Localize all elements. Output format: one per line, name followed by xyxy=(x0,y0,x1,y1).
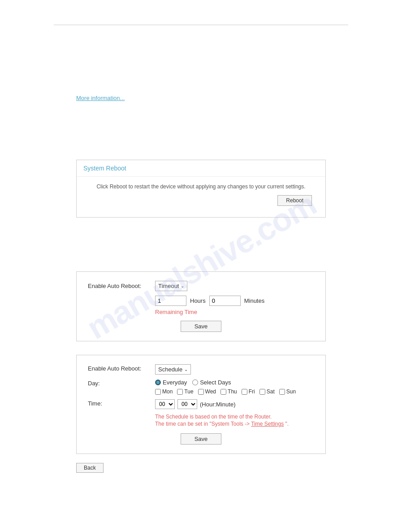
tue-checkbox[interactable] xyxy=(177,389,183,395)
remaining-time-label: Remaining Time xyxy=(155,309,314,315)
sun-label: Sun xyxy=(286,388,296,395)
schedule-dropdown-value: Schedule xyxy=(158,366,182,373)
timeout-dropdown-chevron: ⌄ xyxy=(181,283,184,288)
schedule-note-line2: The time can be set in "System Tools -> … xyxy=(155,421,314,427)
fri-label: Fri xyxy=(249,388,255,395)
schedule-dropdown[interactable]: Schedule ⌄ xyxy=(155,364,191,375)
time-hint: (Hour:Minute) xyxy=(200,401,235,408)
timeout-dropdown-value: Timeout xyxy=(158,283,179,289)
sun-checkbox[interactable] xyxy=(279,389,285,395)
back-button[interactable]: Back xyxy=(76,463,104,473)
days-checkboxes: Mon Tue Wed Thu Fri xyxy=(155,388,296,395)
system-reboot-box: System Reboot Click Reboot to restart th… xyxy=(76,160,326,218)
more-info-link-area: More information... xyxy=(76,95,402,101)
sched-day-row: Day: Everyday Select Days Mon xyxy=(88,379,314,395)
thu-checkbox[interactable] xyxy=(220,389,226,395)
fri-checkbox[interactable] xyxy=(242,389,247,395)
minutes-label: Minutes xyxy=(244,297,265,304)
more-info-link[interactable]: More information... xyxy=(76,95,125,101)
enable-auto-reboot-label: Enable Auto Reboot: xyxy=(88,283,155,289)
tue-label: Tue xyxy=(184,388,193,395)
minute-select[interactable]: 00 15 30 45 xyxy=(177,399,197,409)
day-radio-group: Everyday Select Days xyxy=(155,379,296,386)
sched-day-label: Day: xyxy=(88,379,155,387)
schedule-note-line1: The Schedule is based on the time of the… xyxy=(155,414,314,420)
reboot-button[interactable]: Reboot xyxy=(277,195,312,206)
time-selects: 00 01 02 00 15 30 45 (Hour:Minute) xyxy=(155,399,235,409)
day-thu: Thu xyxy=(220,388,237,395)
sched-time-label: Time: xyxy=(88,399,155,407)
thu-label: Thu xyxy=(228,388,237,395)
timeout-dropdown[interactable]: Timeout ⌄ xyxy=(155,281,187,291)
day-sun: Sun xyxy=(279,388,296,395)
auto-reboot-timeout-box: Enable Auto Reboot: Timeout ⌄ Hours Minu… xyxy=(76,271,326,341)
auto-reboot-schedule-box: Enable Auto Reboot: Schedule ⌄ Day: Ever… xyxy=(76,355,326,454)
schedule-save-button[interactable]: Save xyxy=(181,433,222,445)
wed-label: Wed xyxy=(205,388,216,395)
day-tue: Tue xyxy=(177,388,193,395)
mon-label: Mon xyxy=(162,388,173,395)
enable-auto-reboot-row: Enable Auto Reboot: Timeout ⌄ xyxy=(88,281,314,291)
minutes-input[interactable] xyxy=(209,296,241,306)
schedule-dropdown-chevron: ⌄ xyxy=(184,367,188,372)
everyday-label: Everyday xyxy=(163,379,187,386)
everyday-radio-label[interactable]: Everyday xyxy=(155,379,187,386)
top-divider xyxy=(54,25,348,25)
bottom-button-area: Back xyxy=(76,463,326,473)
sched-time-row: Time: 00 01 02 00 15 30 45 (Hour:Minute) xyxy=(88,399,314,409)
hours-minutes-row: Hours Minutes xyxy=(155,296,314,306)
select-days-label: Select Days xyxy=(200,379,231,386)
sat-label: Sat xyxy=(267,388,275,395)
day-mon: Mon xyxy=(155,388,173,395)
hours-label: Hours xyxy=(190,297,206,304)
day-wed: Wed xyxy=(198,388,216,395)
select-days-radio-label[interactable]: Select Days xyxy=(192,379,231,386)
sched-enable-label: Enable Auto Reboot: xyxy=(88,364,155,372)
timeout-save-button[interactable]: Save xyxy=(181,321,222,332)
hours-input[interactable] xyxy=(155,296,186,306)
everyday-radio[interactable] xyxy=(155,379,161,385)
schedule-note: The Schedule is based on the time of the… xyxy=(155,414,314,427)
day-fri: Fri xyxy=(242,388,255,395)
timeout-save-row: Save xyxy=(88,321,314,332)
time-settings-link[interactable]: Time Settings xyxy=(251,421,284,427)
hour-select[interactable]: 00 01 02 xyxy=(155,399,175,409)
system-reboot-title: System Reboot xyxy=(77,160,325,177)
mon-checkbox[interactable] xyxy=(155,389,161,395)
sched-enable-row: Enable Auto Reboot: Schedule ⌄ xyxy=(88,364,314,375)
wed-checkbox[interactable] xyxy=(198,389,204,395)
sat-checkbox[interactable] xyxy=(259,389,265,395)
schedule-save-row: Save xyxy=(88,433,314,445)
day-sat: Sat xyxy=(259,388,275,395)
select-days-radio[interactable] xyxy=(192,379,198,385)
system-reboot-desc: Click Reboot to restart the device witho… xyxy=(86,183,316,190)
